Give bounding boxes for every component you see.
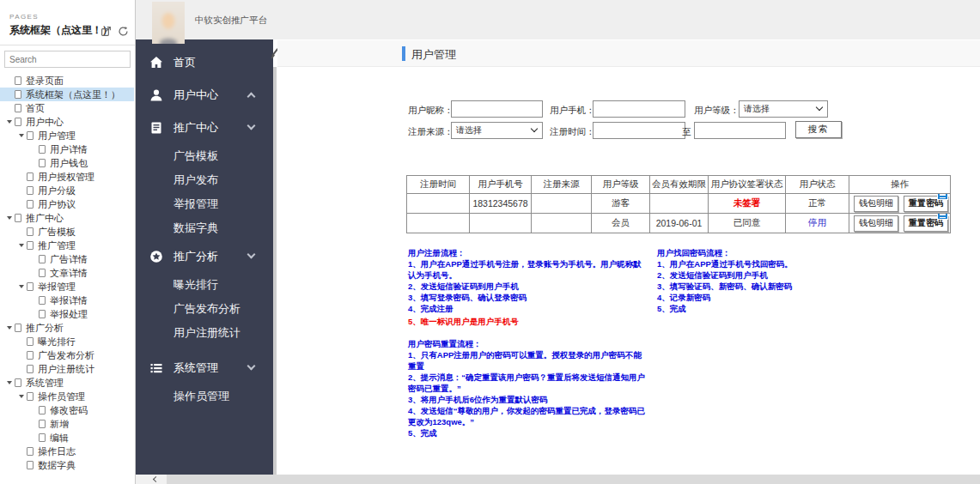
tree-item[interactable]: 用户详情	[0, 142, 134, 156]
page-icon	[39, 310, 46, 318]
page-title: 用户管理	[411, 47, 456, 63]
tree-item[interactable]: 用户授权管理	[0, 170, 134, 184]
table-header-row: 注册时间 用户手机号 注册来源 用户等级 会员有效期限 用户协议签署状态 用户状…	[407, 176, 951, 194]
tree-item[interactable]: 推广分析	[0, 321, 134, 335]
page-icon	[27, 447, 33, 456]
tree-item[interactable]: 广告发布分析	[0, 348, 134, 362]
expand-arrow-icon[interactable]	[16, 134, 27, 137]
content-horizontal-scrollbar[interactable]	[136, 475, 980, 484]
page-icon	[27, 241, 33, 250]
chevron-up-icon	[247, 93, 256, 101]
list-icon	[149, 361, 163, 375]
page-icon	[39, 420, 46, 428]
tree-item[interactable]: 推广中心	[0, 211, 134, 225]
tree-item[interactable]: 首页	[0, 101, 134, 115]
nav-subitem-user-publish[interactable]: 用户发布	[136, 168, 273, 192]
nickname-input[interactable]	[451, 100, 543, 118]
operations-cell: 钱包明细 重置密码	[849, 194, 951, 214]
tree-item[interactable]: 举报处理	[0, 307, 134, 321]
tree-item[interactable]: 登录页面	[0, 74, 134, 88]
expand-arrow-icon[interactable]	[16, 244, 27, 247]
tree-item[interactable]: 用户中心	[0, 115, 134, 129]
cell-reg-time	[407, 194, 470, 214]
page-icon	[39, 433, 46, 442]
expand-arrow-icon[interactable]	[4, 381, 15, 384]
sitemap-tree: 登录页面 系统框架（点这里！） 首页 用户中心 用户管理 用户详情 用户钱包 用…	[0, 74, 134, 472]
tree-item[interactable]: 广告详情	[0, 252, 134, 266]
chevron-down-icon	[531, 125, 538, 132]
tree-item[interactable]: 用户钱包	[0, 156, 134, 170]
agreement-status: 未签署	[733, 197, 761, 208]
chevron-down-icon	[247, 251, 256, 259]
tree-item[interactable]: 曝光排行	[0, 335, 134, 348]
time-start-input[interactable]	[593, 122, 685, 139]
cell-status: 停用	[786, 214, 849, 233]
nav-item-user-center[interactable]: 用户中心	[136, 79, 273, 112]
user-icon	[149, 88, 163, 102]
home-icon	[149, 56, 163, 70]
nav-subitem-exposure-rank[interactable]: 曝光排行	[136, 273, 273, 297]
tree-item[interactable]: 广告模板	[0, 225, 134, 239]
content-vertical-scrollbar[interactable]	[273, 67, 277, 475]
divider	[0, 45, 135, 45]
cell-valid: 2019-06-01	[650, 214, 709, 233]
page-icon	[27, 131, 33, 140]
level-label: 用户等级：	[694, 105, 740, 117]
nav-subitem-operator-manage[interactable]: 操作员管理	[136, 384, 273, 408]
wallet-detail-button[interactable]: 钱包明细	[854, 215, 898, 232]
register-flow-warning: 5、唯一标识用户是用户手机号	[408, 316, 519, 327]
cell-phone	[470, 214, 532, 233]
source-select[interactable]: 请选择	[451, 122, 543, 139]
tree-item[interactable]: 用户管理	[0, 129, 134, 142]
nav-item-promo-center[interactable]: 推广中心	[136, 112, 273, 144]
tree-item[interactable]: 推广管理	[0, 239, 134, 252]
tree-item[interactable]: 修改密码	[0, 403, 134, 417]
tree-item[interactable]: 用户分级	[0, 184, 134, 197]
nav-item-promo-analysis[interactable]: 推广分析	[136, 240, 273, 273]
page-icon	[27, 351, 33, 360]
open-in-window-icon[interactable]	[100, 25, 112, 40]
nav-subitem-ad-template[interactable]: 广告模板	[136, 144, 273, 168]
table-row: 18312345678 游客 未签署 正常 钱包明细 重置密码	[407, 194, 951, 214]
tree-item[interactable]: 文章详情	[0, 266, 134, 280]
nav-item-home[interactable]: 首页	[136, 46, 273, 79]
tree-item[interactable]: 用户协议	[0, 197, 134, 211]
tree-item-selected[interactable]: 系统框架（点这里！）	[0, 88, 134, 101]
tree-item[interactable]: 系统管理	[0, 376, 134, 390]
tree-item[interactable]: 新增	[0, 417, 134, 431]
scroll-left-arrow-icon[interactable]	[153, 476, 159, 482]
phone-input[interactable]	[593, 100, 685, 118]
sitemap-search-input[interactable]	[4, 51, 131, 68]
wallet-detail-button[interactable]: 钱包明细	[854, 196, 898, 212]
level-select[interactable]: 请选择	[739, 100, 828, 118]
expand-arrow-icon[interactable]	[16, 285, 27, 288]
tree-item[interactable]: 操作员管理	[0, 390, 134, 403]
tree-item[interactable]: 数据字典	[0, 458, 134, 472]
tree-item[interactable]: 操作日志	[0, 445, 134, 458]
search-button[interactable]: 搜索	[795, 121, 842, 138]
annotation-icon[interactable]	[937, 194, 948, 201]
nav-item-system-manage[interactable]: 系统管理	[136, 352, 273, 384]
time-end-input[interactable]	[694, 122, 786, 139]
nickname-label: 用户昵称：	[408, 105, 453, 117]
document-icon	[149, 121, 163, 135]
nav-subitem-data-dict[interactable]: 数据字典	[136, 216, 273, 240]
expand-arrow-icon[interactable]	[4, 216, 15, 220]
tree-item[interactable]: 举报详情	[0, 293, 134, 307]
expand-arrow-icon[interactable]	[16, 395, 27, 398]
nav-subitem-ad-publish-analysis[interactable]: 广告发布分析	[136, 297, 273, 321]
expand-arrow-icon[interactable]	[4, 326, 15, 330]
page-icon	[39, 296, 46, 305]
refresh-icon[interactable]	[118, 25, 129, 40]
tree-item[interactable]: 编辑	[0, 431, 134, 445]
nav-subitem-user-register-stats[interactable]: 用户注册统计	[136, 321, 273, 345]
page-icon	[39, 255, 46, 263]
cell-phone: 18312345678	[470, 194, 532, 214]
tree-item[interactable]: 举报管理	[0, 280, 134, 293]
topbar: 中软实创推广平台	[136, 0, 980, 39]
nav-subitem-report-manage[interactable]: 举报管理	[136, 192, 273, 216]
horizontal-scroll-thumb[interactable]	[167, 475, 980, 484]
annotation-icon[interactable]	[937, 214, 948, 221]
expand-arrow-icon[interactable]	[4, 120, 15, 124]
tree-item[interactable]: 用户注册统计	[0, 362, 134, 376]
